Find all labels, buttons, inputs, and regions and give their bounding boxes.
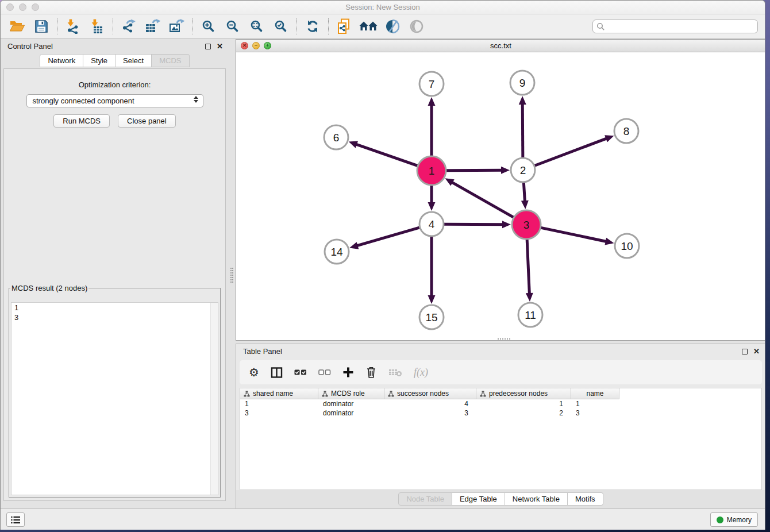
create-column-icon[interactable]	[342, 367, 354, 378]
graph-edge-arrowhead	[519, 96, 526, 105]
optimization-criterion-select[interactable]: strongly connected component	[26, 94, 203, 107]
tab-style[interactable]: Style	[83, 54, 116, 67]
graph-edge[interactable]	[356, 228, 419, 246]
table-cell[interactable]: dominator	[318, 399, 384, 408]
open-file-icon[interactable]	[5, 17, 29, 36]
import-table-icon[interactable]	[85, 17, 109, 36]
optimization-criterion-label: Optimization criterion:	[4, 80, 225, 89]
tab-edge-table[interactable]: Edge Table	[452, 492, 505, 506]
mcds-result-line: 1	[11, 303, 218, 313]
save-session-icon[interactable]	[29, 17, 53, 36]
memory-button[interactable]: Memory	[710, 512, 758, 527]
open-network-file-icon[interactable]	[332, 17, 356, 36]
graph-node-label: 3	[523, 219, 530, 231]
run-mcds-button[interactable]: Run MCDS	[53, 114, 110, 128]
close-panel-icon[interactable]: ✕	[753, 349, 760, 354]
graph-edge[interactable]	[527, 240, 529, 295]
graph-edge[interactable]	[451, 182, 514, 217]
graph-edge[interactable]	[541, 228, 607, 241]
show-columns-icon[interactable]	[271, 367, 283, 379]
graph-edge[interactable]	[355, 144, 417, 166]
table-cell[interactable]: 1	[571, 399, 619, 408]
graph-edge[interactable]	[446, 170, 503, 171]
table-cell[interactable]: 3	[384, 408, 476, 418]
export-table-icon[interactable]	[141, 17, 165, 36]
desktop: Session: New Session	[0, 0, 770, 532]
table-cell[interactable]: 1	[240, 399, 318, 408]
float-panel-icon[interactable]	[742, 349, 748, 354]
graph-node-label: 10	[621, 240, 633, 252]
column-header-predecessor-nodes[interactable]: predecessor nodes	[476, 388, 571, 399]
tab-select[interactable]: Select	[116, 54, 152, 67]
optimization-criterion-value: strongly connected component	[33, 97, 134, 105]
graph-edge-arrowhead	[428, 202, 436, 211]
tab-network[interactable]: Network	[40, 54, 83, 67]
zoom-selected-icon[interactable]	[269, 17, 293, 36]
table-row[interactable]: 3dominator323	[240, 408, 761, 418]
export-network-icon[interactable]	[117, 17, 141, 36]
graph-edge-arrowhead	[502, 221, 511, 228]
toolbar-separator	[328, 18, 329, 34]
settings-icon[interactable]: ⚙	[249, 367, 259, 378]
hide-panel-icon	[405, 17, 429, 36]
zoom-out-icon[interactable]	[221, 17, 245, 36]
toggle-graphics-details-icon[interactable]	[380, 17, 405, 36]
control-panel-tabs: NetworkStyleSelectMCDS	[1, 54, 229, 67]
splitter-grip-horizontal[interactable]	[498, 338, 510, 341]
table-cell[interactable]: dominator	[318, 408, 384, 418]
home-icon[interactable]	[356, 17, 380, 36]
table-cell[interactable]: 3	[571, 408, 619, 418]
graph-node-label: 6	[333, 132, 340, 144]
tab-motifs[interactable]: Motifs	[568, 492, 603, 506]
table-cell[interactable]: 4	[384, 399, 476, 408]
task-history-button[interactable]	[6, 512, 25, 527]
refresh-icon[interactable]	[301, 17, 325, 36]
panel-splitter[interactable]	[229, 39, 236, 506]
graph-edge[interactable]	[444, 224, 504, 225]
tab-mcds[interactable]: MCDS	[152, 54, 189, 67]
search-input[interactable]	[605, 22, 754, 30]
column-header-name[interactable]: name	[571, 388, 619, 399]
tab-node-table[interactable]: Node Table	[398, 492, 452, 506]
close-panel-button[interactable]: Close panel	[118, 114, 176, 128]
control-panel-header: Control Panel ✕	[1, 39, 229, 54]
float-panel-icon[interactable]	[205, 44, 211, 49]
zoom-in-icon[interactable]	[197, 17, 221, 36]
delete-column-icon[interactable]	[365, 366, 377, 379]
column-header-MCDS-role[interactable]: MCDS role	[318, 388, 384, 399]
graph-edge[interactable]	[535, 138, 608, 165]
graph-edge[interactable]	[523, 183, 525, 202]
table-cell[interactable]: 1	[476, 399, 571, 408]
table-cell[interactable]: 3	[240, 408, 318, 418]
column-header-successor-nodes[interactable]: successor nodes	[384, 388, 476, 399]
graph-edge[interactable]	[522, 103, 523, 157]
close-panel-icon[interactable]: ✕	[217, 44, 223, 49]
main-toolbar	[1, 14, 765, 38]
graph-edge-arrowhead	[501, 167, 510, 174]
unselect-all-columns-icon[interactable]	[318, 368, 331, 376]
select-all-columns-icon[interactable]	[294, 368, 307, 376]
network-canvas[interactable]: 7968124314101511	[236, 52, 765, 340]
scrollbar-track[interactable]	[210, 303, 218, 495]
memory-label: Memory	[727, 516, 752, 524]
column-header-shared-name[interactable]: shared name	[240, 388, 318, 399]
delete-table-icon	[388, 368, 402, 377]
list-icon	[10, 515, 21, 525]
import-network-icon[interactable]	[61, 17, 85, 36]
mcds-result-text[interactable]: 13	[11, 302, 218, 495]
graph-edge-arrowhead	[349, 141, 358, 148]
network-graph[interactable]: 7968124314101511	[236, 52, 765, 341]
tab-network-table[interactable]: Network Table	[505, 492, 568, 506]
memory-status-icon	[717, 516, 723, 523]
table-row[interactable]: 1dominator411	[240, 399, 761, 408]
table-panel-title: Table Panel	[243, 347, 282, 356]
control-panel-title: Control Panel	[7, 42, 53, 51]
table-cell[interactable]: 2	[476, 408, 571, 418]
zoom-fit-icon[interactable]	[245, 17, 269, 36]
select-stepper-icon	[194, 96, 198, 103]
splitter-grip[interactable]	[230, 268, 233, 283]
mcds-result-title: MCDS result (2 nodes)	[10, 284, 88, 292]
search-icon	[596, 22, 605, 30]
network-window: ✕ − + scc.txt 7968124314101511	[236, 39, 765, 341]
export-image-icon[interactable]	[165, 17, 189, 36]
